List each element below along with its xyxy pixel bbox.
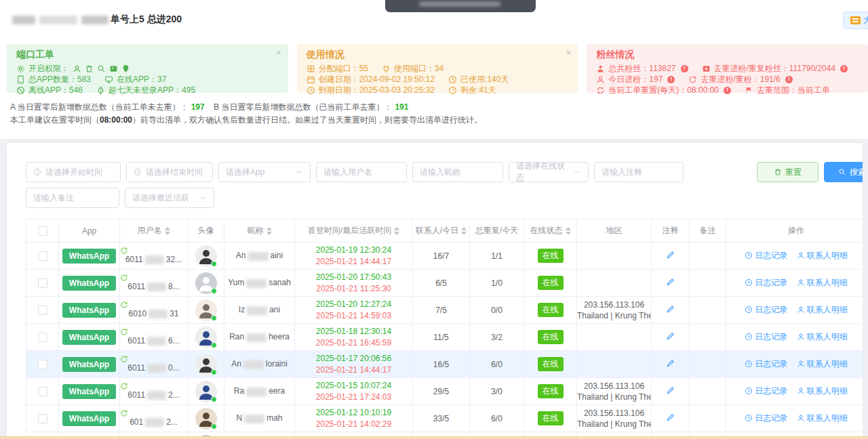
username-suffix: 8... — [168, 282, 180, 291]
repeats-today: 6/0 — [470, 351, 524, 378]
row-checkbox[interactable] — [38, 333, 47, 342]
log-record-link[interactable]: 日志记录 — [745, 413, 787, 424]
sort-icon[interactable] — [267, 227, 272, 235]
app-badge: WhatsApp — [62, 384, 116, 399]
contact-detail-link[interactable]: 联系人明细 — [797, 385, 848, 397]
row-checkbox[interactable] — [38, 360, 47, 369]
edit-comment-icon[interactable] — [666, 304, 675, 314]
nickname-input[interactable] — [420, 167, 496, 177]
refresh-icon[interactable] — [120, 328, 187, 336]
select-all-checkbox[interactable] — [38, 226, 47, 236]
row-checkbox[interactable] — [38, 306, 47, 315]
refresh-icon[interactable] — [120, 409, 187, 417]
info-icon[interactable]: ! — [681, 65, 688, 72]
reset-button[interactable]: 重置 — [757, 162, 818, 182]
refresh-icon[interactable] — [120, 355, 187, 363]
sort-icon[interactable] — [394, 227, 399, 235]
log-record-link[interactable]: 日志记录 — [745, 331, 787, 343]
row-checkbox[interactable] — [38, 278, 47, 288]
username-field[interactable] — [316, 162, 407, 182]
recent-active-select[interactable]: 请选择最近活跃 — [125, 188, 214, 208]
edit-comment-icon[interactable] — [666, 277, 675, 287]
log-record-link[interactable]: 日志记录 — [745, 304, 787, 316]
edit-comment-icon[interactable] — [666, 385, 675, 395]
col-status[interactable]: 在线状态 — [524, 220, 577, 243]
col-username[interactable]: 用户名 — [120, 220, 188, 243]
avatar[interactable] — [195, 327, 217, 348]
nickname-field[interactable] — [412, 162, 503, 182]
region-ip: 203.156.113.106 — [577, 299, 651, 310]
log-record-link[interactable]: 日志记录 — [745, 277, 787, 289]
avatar[interactable] — [195, 408, 217, 430]
reset-time-text: 08:00:00 — [100, 115, 132, 125]
contact-detail-link[interactable]: 联系人明细 — [797, 331, 848, 343]
refresh-icon[interactable] — [120, 301, 187, 309]
redacted-text — [243, 360, 264, 369]
first-login-time: 2025-01-19 12:30:24 — [295, 245, 412, 256]
contact-detail-link[interactable]: 联系人明细 — [797, 277, 848, 289]
comment-field[interactable] — [594, 162, 684, 182]
contact-detail-link[interactable]: 联系人明细 — [797, 250, 848, 262]
log-record-link[interactable]: 日志记录 — [745, 385, 787, 397]
start-time-picker[interactable] — [26, 162, 121, 182]
region-location: Thailand | Krung Thep M — [577, 392, 651, 402]
refresh-icon[interactable] — [120, 247, 187, 255]
row-checkbox[interactable] — [38, 414, 47, 423]
redacted-text — [145, 255, 164, 264]
log-record-link[interactable]: 日志记录 — [745, 358, 787, 370]
online-status-select[interactable]: 请选择在线状态 — [509, 162, 589, 182]
sort-icon[interactable] — [566, 227, 571, 235]
image-icon — [109, 64, 118, 73]
info-icon[interactable]: ! — [785, 76, 793, 83]
stat-7day-app: 超七天未登录APP：495 — [108, 85, 195, 96]
sort-icon[interactable] — [461, 227, 467, 235]
online-dot — [211, 423, 217, 430]
row-checkbox[interactable] — [38, 251, 47, 261]
contacts-today: 16/5 — [413, 351, 470, 378]
contact-detail-link[interactable]: 联系人明细 — [797, 358, 848, 370]
lobby-button[interactable]: 大 — [843, 12, 868, 29]
end-time-picker[interactable] — [126, 162, 213, 182]
avatar[interactable] — [195, 245, 217, 267]
end-time-input[interactable] — [146, 167, 205, 177]
search-button[interactable]: 搜索 — [824, 162, 863, 182]
edit-comment-icon[interactable] — [666, 358, 675, 368]
remark-cell — [690, 351, 726, 378]
col-login-time[interactable]: 首登时间/最后活跃时间 — [295, 220, 413, 243]
reset-button-label: 重置 — [785, 167, 802, 178]
info-icon[interactable]: ! — [840, 65, 848, 72]
log-record-link[interactable]: 日志记录 — [745, 250, 787, 262]
username-input[interactable] — [323, 167, 399, 177]
redacted-text — [145, 418, 164, 427]
avatar[interactable] — [195, 272, 217, 294]
avatar[interactable] — [195, 299, 217, 321]
remark-cell — [690, 378, 726, 405]
edit-comment-icon[interactable] — [666, 413, 675, 422]
info-icon[interactable]: ! — [667, 76, 675, 83]
nickname-suffix: loraini — [266, 359, 288, 369]
info-icon[interactable]: ! — [724, 87, 731, 94]
stat-expire-date: 到期日期：2025-03-03 20:25:32 — [319, 85, 435, 96]
close-icon[interactable]: × — [566, 48, 572, 57]
repeats-today: 6/0 — [470, 405, 524, 432]
comment-input[interactable] — [601, 167, 676, 177]
edit-comment-icon[interactable] — [666, 331, 675, 341]
edit-comment-icon[interactable] — [666, 250, 675, 259]
contact-detail-link[interactable]: 联系人明细 — [797, 413, 848, 424]
close-icon[interactable]: × — [276, 48, 281, 57]
remark-field[interactable] — [26, 188, 119, 208]
app-select[interactable]: 请选择App — [218, 162, 311, 182]
avatar[interactable] — [195, 354, 217, 375]
remark-input[interactable] — [33, 193, 112, 203]
sort-icon[interactable] — [165, 227, 170, 235]
start-time-input[interactable] — [45, 167, 113, 177]
col-contacts[interactable]: 联系人/今日 — [413, 220, 470, 243]
region-cell — [577, 324, 652, 351]
contact-detail-link[interactable]: 联系人明细 — [797, 304, 848, 316]
refresh-icon[interactable] — [120, 274, 187, 282]
col-nickname[interactable]: 昵称 — [224, 220, 295, 243]
stat-total-app: 总APP数量：583 — [28, 74, 91, 85]
avatar[interactable] — [195, 381, 217, 402]
refresh-icon[interactable] — [120, 382, 187, 390]
row-checkbox[interactable] — [38, 387, 47, 396]
